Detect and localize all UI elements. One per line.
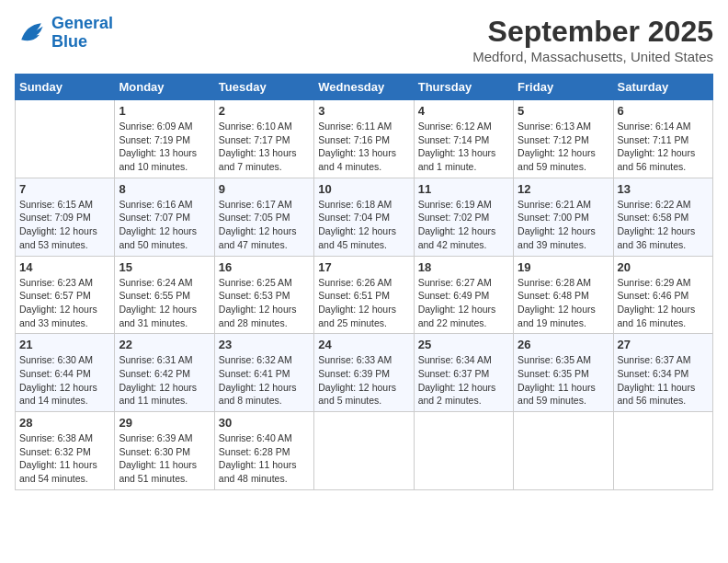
day-cell: 24Sunrise: 6:33 AM Sunset: 6:39 PM Dayli…	[314, 334, 414, 412]
day-number: 5	[518, 104, 609, 118]
day-cell: 11Sunrise: 6:19 AM Sunset: 7:02 PM Dayli…	[414, 178, 513, 256]
day-cell: 6Sunrise: 6:14 AM Sunset: 7:11 PM Daylig…	[613, 100, 712, 178]
day-info: Sunrise: 6:18 AM Sunset: 7:04 PM Dayligh…	[318, 198, 409, 252]
day-number: 20	[618, 260, 709, 274]
header-cell-thursday: Thursday	[414, 75, 513, 100]
day-cell: 22Sunrise: 6:31 AM Sunset: 6:42 PM Dayli…	[115, 334, 214, 412]
day-cell: 3Sunrise: 6:11 AM Sunset: 7:16 PM Daylig…	[314, 100, 414, 178]
logo: General Blue	[15, 15, 113, 52]
day-info: Sunrise: 6:10 AM Sunset: 7:17 PM Dayligh…	[219, 120, 310, 174]
day-cell: 8Sunrise: 6:16 AM Sunset: 7:07 PM Daylig…	[115, 178, 214, 256]
day-number: 17	[318, 260, 409, 274]
day-cell: 7Sunrise: 6:15 AM Sunset: 7:09 PM Daylig…	[16, 178, 115, 256]
day-info: Sunrise: 6:30 AM Sunset: 6:44 PM Dayligh…	[19, 353, 110, 408]
day-cell: 26Sunrise: 6:35 AM Sunset: 6:35 PM Dayli…	[514, 334, 613, 412]
day-cell: 19Sunrise: 6:28 AM Sunset: 6:48 PM Dayli…	[514, 256, 613, 334]
day-number: 19	[518, 260, 609, 274]
day-number: 9	[219, 182, 310, 196]
day-number: 11	[418, 182, 509, 196]
day-info: Sunrise: 6:27 AM Sunset: 6:49 PM Dayligh…	[418, 276, 509, 330]
logo-line2: Blue	[51, 32, 87, 51]
week-row-4: 21Sunrise: 6:30 AM Sunset: 6:44 PM Dayli…	[16, 334, 713, 412]
day-cell: 15Sunrise: 6:24 AM Sunset: 6:55 PM Dayli…	[115, 256, 214, 334]
day-info: Sunrise: 6:23 AM Sunset: 6:57 PM Dayligh…	[19, 276, 110, 330]
day-info: Sunrise: 6:31 AM Sunset: 6:42 PM Dayligh…	[119, 353, 210, 408]
day-number: 16	[219, 260, 310, 274]
day-info: Sunrise: 6:25 AM Sunset: 6:53 PM Dayligh…	[219, 276, 310, 330]
week-row-5: 28Sunrise: 6:38 AM Sunset: 6:32 PM Dayli…	[16, 412, 713, 490]
header-cell-sunday: Sunday	[16, 75, 115, 100]
day-number: 21	[19, 338, 110, 351]
day-info: Sunrise: 6:14 AM Sunset: 7:11 PM Dayligh…	[618, 120, 709, 174]
day-cell: 5Sunrise: 6:13 AM Sunset: 7:12 PM Daylig…	[514, 100, 613, 178]
day-cell: 13Sunrise: 6:22 AM Sunset: 6:58 PM Dayli…	[613, 178, 712, 256]
day-cell: 12Sunrise: 6:21 AM Sunset: 7:00 PM Dayli…	[514, 178, 613, 256]
day-number: 23	[219, 338, 310, 351]
day-number: 26	[518, 338, 609, 351]
day-cell: 1Sunrise: 6:09 AM Sunset: 7:19 PM Daylig…	[115, 100, 214, 178]
day-info: Sunrise: 6:24 AM Sunset: 6:55 PM Dayligh…	[119, 276, 210, 330]
day-info: Sunrise: 6:28 AM Sunset: 6:48 PM Dayligh…	[518, 276, 609, 330]
day-cell	[514, 412, 613, 490]
day-info: Sunrise: 6:38 AM Sunset: 6:32 PM Dayligh…	[19, 431, 110, 486]
day-number: 1	[119, 104, 210, 118]
day-cell: 17Sunrise: 6:26 AM Sunset: 6:51 PM Dayli…	[314, 256, 414, 334]
logo-line1: General	[51, 14, 113, 32]
day-cell: 27Sunrise: 6:37 AM Sunset: 6:34 PM Dayli…	[613, 334, 712, 412]
day-info: Sunrise: 6:12 AM Sunset: 7:14 PM Dayligh…	[418, 120, 509, 174]
day-info: Sunrise: 6:34 AM Sunset: 6:37 PM Dayligh…	[418, 353, 509, 408]
calendar-header: SundayMondayTuesdayWednesdayThursdayFrid…	[16, 75, 713, 100]
day-info: Sunrise: 6:26 AM Sunset: 6:51 PM Dayligh…	[318, 276, 409, 330]
day-info: Sunrise: 6:13 AM Sunset: 7:12 PM Dayligh…	[518, 120, 609, 174]
day-cell: 9Sunrise: 6:17 AM Sunset: 7:05 PM Daylig…	[214, 178, 313, 256]
day-cell: 30Sunrise: 6:40 AM Sunset: 6:28 PM Dayli…	[214, 412, 313, 490]
day-cell: 21Sunrise: 6:30 AM Sunset: 6:44 PM Dayli…	[16, 334, 115, 412]
day-cell	[314, 412, 414, 490]
day-info: Sunrise: 6:19 AM Sunset: 7:02 PM Dayligh…	[418, 198, 509, 252]
day-number: 2	[219, 104, 310, 118]
location-title: Medford, Massachusetts, United States	[472, 49, 713, 64]
logo-bird-icon	[15, 17, 48, 50]
title-area: September 2025 Medford, Massachusetts, U…	[472, 15, 713, 64]
day-cell	[414, 412, 513, 490]
day-number: 30	[219, 416, 310, 430]
day-number: 8	[119, 182, 210, 196]
day-info: Sunrise: 6:35 AM Sunset: 6:35 PM Dayligh…	[518, 353, 609, 408]
day-cell: 18Sunrise: 6:27 AM Sunset: 6:49 PM Dayli…	[414, 256, 513, 334]
day-cell: 14Sunrise: 6:23 AM Sunset: 6:57 PM Dayli…	[16, 256, 115, 334]
header-cell-wednesday: Wednesday	[314, 75, 414, 100]
day-cell: 4Sunrise: 6:12 AM Sunset: 7:14 PM Daylig…	[414, 100, 513, 178]
day-info: Sunrise: 6:29 AM Sunset: 6:46 PM Dayligh…	[618, 276, 709, 330]
day-cell: 20Sunrise: 6:29 AM Sunset: 6:46 PM Dayli…	[613, 256, 712, 334]
header-cell-monday: Monday	[115, 75, 214, 100]
day-cell	[613, 412, 712, 490]
header-row: SundayMondayTuesdayWednesdayThursdayFrid…	[16, 75, 713, 100]
day-info: Sunrise: 6:32 AM Sunset: 6:41 PM Dayligh…	[219, 353, 310, 408]
day-number: 27	[618, 338, 709, 351]
day-info: Sunrise: 6:15 AM Sunset: 7:09 PM Dayligh…	[19, 198, 110, 252]
day-info: Sunrise: 6:17 AM Sunset: 7:05 PM Dayligh…	[219, 198, 310, 252]
day-cell: 25Sunrise: 6:34 AM Sunset: 6:37 PM Dayli…	[414, 334, 513, 412]
week-row-1: 1Sunrise: 6:09 AM Sunset: 7:19 PM Daylig…	[16, 100, 713, 178]
day-info: Sunrise: 6:22 AM Sunset: 6:58 PM Dayligh…	[618, 198, 709, 252]
day-info: Sunrise: 6:33 AM Sunset: 6:39 PM Dayligh…	[318, 353, 409, 408]
calendar-body: 1Sunrise: 6:09 AM Sunset: 7:19 PM Daylig…	[16, 100, 713, 490]
day-cell	[16, 100, 115, 178]
header-cell-friday: Friday	[514, 75, 613, 100]
day-number: 24	[318, 338, 409, 351]
week-row-3: 14Sunrise: 6:23 AM Sunset: 6:57 PM Dayli…	[16, 256, 713, 334]
day-info: Sunrise: 6:16 AM Sunset: 7:07 PM Dayligh…	[119, 198, 210, 252]
calendar-table: SundayMondayTuesdayWednesdayThursdayFrid…	[15, 74, 713, 490]
day-number: 3	[318, 104, 409, 118]
day-info: Sunrise: 6:09 AM Sunset: 7:19 PM Dayligh…	[119, 120, 210, 174]
day-number: 7	[19, 182, 110, 196]
day-number: 14	[19, 260, 110, 274]
day-info: Sunrise: 6:21 AM Sunset: 7:00 PM Dayligh…	[518, 198, 609, 252]
day-number: 10	[318, 182, 409, 196]
day-cell: 28Sunrise: 6:38 AM Sunset: 6:32 PM Dayli…	[16, 412, 115, 490]
header-cell-saturday: Saturday	[613, 75, 712, 100]
day-cell: 23Sunrise: 6:32 AM Sunset: 6:41 PM Dayli…	[214, 334, 313, 412]
day-cell: 10Sunrise: 6:18 AM Sunset: 7:04 PM Dayli…	[314, 178, 414, 256]
day-number: 12	[518, 182, 609, 196]
day-info: Sunrise: 6:39 AM Sunset: 6:30 PM Dayligh…	[119, 431, 210, 486]
